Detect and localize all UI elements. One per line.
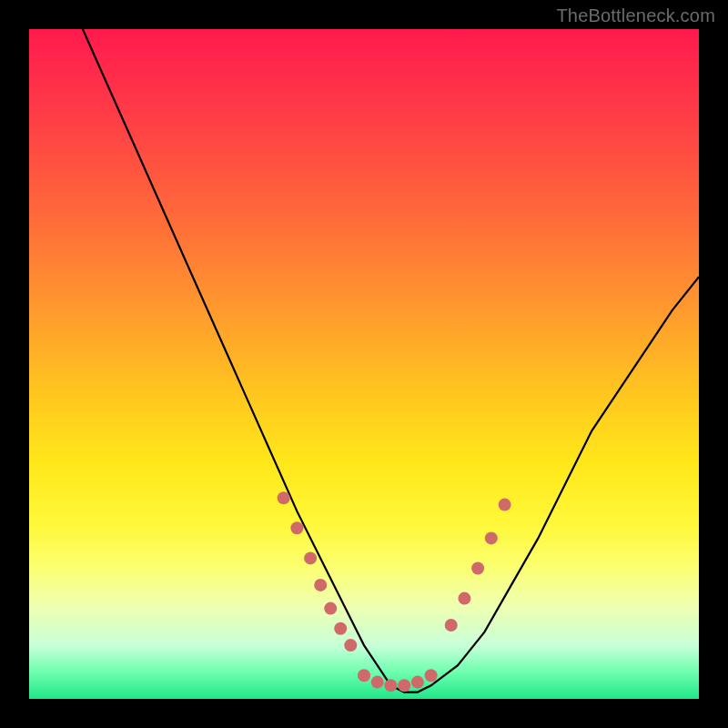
bottleneck-curve <box>83 29 699 693</box>
marker-dot <box>384 679 397 692</box>
marker-dot <box>278 491 290 504</box>
watermark-text: TheBottleneck.com <box>556 5 715 26</box>
marker-dot <box>344 639 357 652</box>
marker-dot <box>371 676 384 689</box>
marker-dot <box>485 531 498 544</box>
marker-dot <box>398 679 410 692</box>
marker-group-right <box>445 499 511 632</box>
marker-dot <box>304 551 317 564</box>
marker-dot <box>445 619 458 632</box>
marker-dot <box>499 499 511 511</box>
chart-plot-area <box>29 29 699 699</box>
marker-dot <box>290 521 303 534</box>
marker-dot <box>458 592 470 605</box>
marker-dot <box>411 676 424 689</box>
chart-frame: TheBottleneck.com <box>0 0 728 728</box>
marker-dot <box>324 602 337 615</box>
marker-dot <box>358 669 370 682</box>
marker-dot <box>334 622 347 635</box>
chart-svg <box>29 29 699 699</box>
marker-group-left <box>278 491 358 652</box>
marker-dot <box>471 562 484 575</box>
marker-dot <box>425 669 438 682</box>
marker-dot <box>314 579 327 592</box>
